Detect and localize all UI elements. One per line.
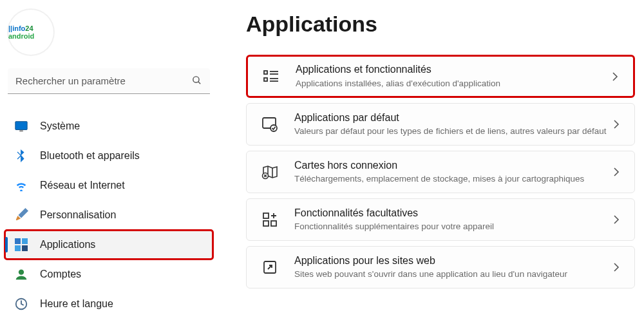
- card-title: Applications pour les sites web: [294, 254, 610, 268]
- card-subtitle: Applications installées, alias d'exécuti…: [296, 78, 609, 90]
- sidebar-item-bluetooth[interactable]: Bluetooth et appareils: [5, 142, 213, 170]
- card-title: Fonctionnalités facultatives: [294, 207, 610, 220]
- svg-rect-4: [19, 130, 23, 131]
- chevron-right-icon: [610, 261, 623, 274]
- search-wrap: [8, 68, 210, 94]
- svg-rect-7: [15, 245, 21, 251]
- settings-cards: Applications et fonctionnalités Applicat…: [246, 55, 635, 288]
- sidebar-item-label: Réseau et Internet: [40, 180, 125, 191]
- card-title: Applications et fonctionnalités: [296, 63, 609, 77]
- default-apps-icon: [261, 115, 279, 133]
- card-subtitle: Valeurs par défaut pour les types de fic…: [294, 126, 610, 137]
- card-subtitle: Téléchargements, emplacement de stockage…: [294, 173, 610, 185]
- apps-icon: [14, 238, 28, 252]
- sidebar: ||info24 android Système: [0, 0, 219, 331]
- card-offline-maps[interactable]: Cartes hors connexion Téléchargements, e…: [246, 151, 635, 193]
- sidebar-item-label: Système: [40, 120, 80, 132]
- main-content: Applications Applications et fonctionnal…: [219, 0, 644, 331]
- card-default-apps[interactable]: Applications par défaut Valeurs par défa…: [246, 103, 635, 146]
- profile-row[interactable]: ||info24 android: [5, 6, 213, 64]
- svg-rect-21: [263, 221, 269, 226]
- avatar-label: ||info24 android: [8, 24, 53, 40]
- sidebar-item-label: Comptes: [40, 269, 81, 280]
- svg-rect-20: [263, 213, 269, 218]
- add-feature-icon: [261, 211, 279, 229]
- clock-globe-icon: [14, 297, 28, 311]
- svg-rect-5: [15, 238, 21, 244]
- list-icon: [262, 68, 280, 86]
- sidebar-item-system[interactable]: Système: [5, 112, 213, 140]
- monitor-icon: [14, 119, 28, 133]
- chevron-right-icon: [610, 166, 623, 178]
- search-input[interactable]: [8, 68, 210, 94]
- card-subtitle: Sites web pouvant s'ouvrir dans une appl…: [294, 269, 610, 280]
- user-icon: [14, 267, 28, 281]
- svg-rect-22: [271, 221, 276, 226]
- svg-rect-11: [264, 71, 267, 74]
- card-apps-features[interactable]: Applications et fonctionnalités Applicat…: [246, 55, 635, 98]
- sidebar-item-label: Applications: [40, 239, 95, 251]
- svg-rect-12: [264, 78, 267, 81]
- chevron-right-icon: [609, 70, 621, 83]
- sidebar-item-accounts[interactable]: Comptes: [5, 260, 213, 288]
- sidebar-nav: Système Bluetooth et appareils Réseau et…: [5, 112, 213, 318]
- open-external-icon: [261, 258, 279, 276]
- svg-point-9: [19, 270, 24, 275]
- sidebar-item-network[interactable]: Réseau et Internet: [5, 171, 213, 200]
- card-text: Fonctionnalités facultatives Fonctionnal…: [294, 207, 610, 233]
- bluetooth-icon: [14, 149, 28, 163]
- sidebar-item-label: Bluetooth et appareils: [40, 150, 140, 162]
- card-text: Cartes hors connexion Téléchargements, e…: [294, 159, 610, 185]
- page-title: Applications: [246, 12, 635, 37]
- paintbrush-icon: [14, 208, 28, 222]
- sidebar-item-label: Heure et langue: [40, 298, 113, 310]
- card-text: Applications et fonctionnalités Applicat…: [296, 63, 609, 90]
- wifi-icon: [14, 178, 28, 193]
- card-subtitle: Fonctionnalités supplémentaires pour vot…: [294, 221, 610, 232]
- chevron-right-icon: [610, 213, 623, 226]
- card-text: Applications par défaut Valeurs par défa…: [294, 111, 610, 138]
- sidebar-item-time-language[interactable]: Heure et langue: [5, 290, 213, 318]
- card-apps-for-websites[interactable]: Applications pour les sites web Sites we…: [246, 246, 635, 288]
- card-title: Cartes hors connexion: [294, 159, 610, 173]
- map-icon: [261, 163, 279, 181]
- svg-rect-8: [22, 245, 28, 251]
- svg-rect-6: [22, 238, 28, 244]
- sidebar-item-personalization[interactable]: Personnalisation: [5, 201, 213, 229]
- avatar: ||info24 android: [8, 9, 54, 55]
- card-optional-features[interactable]: Fonctionnalités facultatives Fonctionnal…: [246, 198, 635, 241]
- chevron-right-icon: [610, 118, 623, 131]
- card-text: Applications pour les sites web Sites we…: [294, 254, 610, 281]
- sidebar-item-label: Personnalisation: [40, 209, 116, 221]
- svg-rect-2: [15, 122, 27, 130]
- card-title: Applications par défaut: [294, 111, 610, 125]
- sidebar-item-applications[interactable]: Applications: [5, 231, 213, 259]
